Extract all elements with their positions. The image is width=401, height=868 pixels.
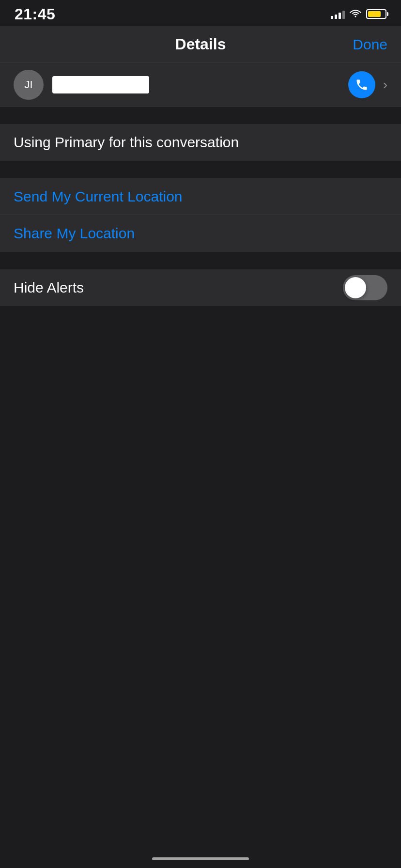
contact-row: JI › — [0, 63, 401, 107]
page-title: Details — [175, 35, 226, 53]
done-button[interactable]: Done — [353, 36, 387, 53]
avatar: JI — [14, 70, 44, 100]
hide-alerts-toggle[interactable] — [343, 275, 387, 300]
section-gap-1 — [0, 107, 401, 124]
wifi-icon — [350, 9, 361, 20]
signal-bars-icon — [331, 9, 345, 19]
share-my-location-label: Share My Location — [14, 225, 135, 242]
share-my-location-row[interactable]: Share My Location — [0, 215, 401, 252]
home-indicator — [152, 857, 249, 860]
status-time: 21:45 — [15, 5, 55, 23]
call-button[interactable] — [348, 71, 375, 98]
section-gap-2 — [0, 161, 401, 178]
hide-alerts-section: Hide Alerts — [0, 269, 401, 306]
primary-section: Using Primary for this conversation — [0, 124, 401, 161]
send-current-location-row[interactable]: Send My Current Location — [0, 178, 401, 215]
primary-conversation-label: Using Primary for this conversation — [14, 134, 239, 151]
primary-conversation-row: Using Primary for this conversation — [0, 124, 401, 161]
contact-name-redacted — [52, 76, 149, 93]
battery-icon: ⚡ — [366, 9, 386, 19]
chevron-right-icon: › — [383, 77, 387, 93]
contact-actions: › — [348, 71, 387, 98]
phone-icon — [355, 78, 369, 92]
status-bar: 21:45 ⚡ — [0, 0, 401, 26]
status-icons: ⚡ — [331, 9, 386, 20]
hide-alerts-row: Hide Alerts — [0, 269, 401, 306]
send-current-location-label: Send My Current Location — [14, 188, 183, 205]
toggle-knob — [345, 277, 366, 298]
section-gap-3 — [0, 252, 401, 269]
hide-alerts-label: Hide Alerts — [14, 279, 84, 296]
location-section: Send My Current Location Share My Locati… — [0, 178, 401, 252]
nav-bar: Details Done — [0, 26, 401, 63]
